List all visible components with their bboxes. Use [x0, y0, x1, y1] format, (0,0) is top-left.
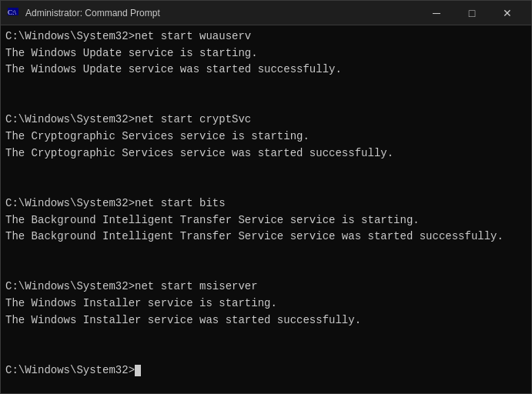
empty-line — [5, 346, 527, 362]
prompt-line: C:\Windows\System32>net start bits — [5, 195, 527, 212]
terminal-body[interactable]: C:\Windows\System32>net start wuauservTh… — [1, 25, 531, 393]
maximize-button[interactable]: □ — [454, 1, 490, 25]
cursor-prompt-line: C:\Windows\System32> — [5, 362, 527, 379]
output-line: The Cryptographic Services service is st… — [5, 129, 527, 145]
output-line: The Windows Update service is starting. — [5, 45, 527, 62]
empty-line — [5, 179, 527, 195]
close-button[interactable]: ✕ — [490, 1, 525, 25]
output-line: The Windows Update service was started s… — [5, 62, 527, 78]
prompt-line: C:\Windows\System32>net start cryptSvc — [5, 112, 527, 129]
window-title: Administrator: Command Prompt — [25, 8, 419, 18]
minimize-button[interactable]: ─ — [419, 1, 454, 25]
output-line: The Windows Installer service is startin… — [5, 296, 527, 312]
prompt-line: C:\Windows\System32>net start msiserver — [5, 279, 527, 296]
svg-text:C:\: C:\ — [8, 8, 17, 16]
empty-line — [5, 262, 527, 279]
empty-line — [5, 95, 527, 112]
output-line: The Background Intelligent Transfer Serv… — [5, 212, 527, 229]
command-prompt-window: C:\ Administrator: Command Prompt ─ □ ✕ … — [0, 0, 532, 394]
window-controls: ─ □ ✕ — [419, 1, 525, 25]
cursor — [135, 365, 141, 376]
output-line: The Windows Installer service was starte… — [5, 312, 527, 329]
empty-line — [5, 78, 527, 95]
output-line: The Background Intelligent Transfer Serv… — [5, 229, 527, 245]
empty-line — [5, 245, 527, 262]
empty-line — [5, 329, 527, 346]
output-line: The Cryptographic Services service was s… — [5, 145, 527, 162]
title-bar: C:\ Administrator: Command Prompt ─ □ ✕ — [1, 1, 531, 25]
prompt-line: C:\Windows\System32>net start wuauserv — [5, 28, 527, 45]
empty-line — [5, 162, 527, 179]
cmd-icon: C:\ — [7, 7, 19, 19]
